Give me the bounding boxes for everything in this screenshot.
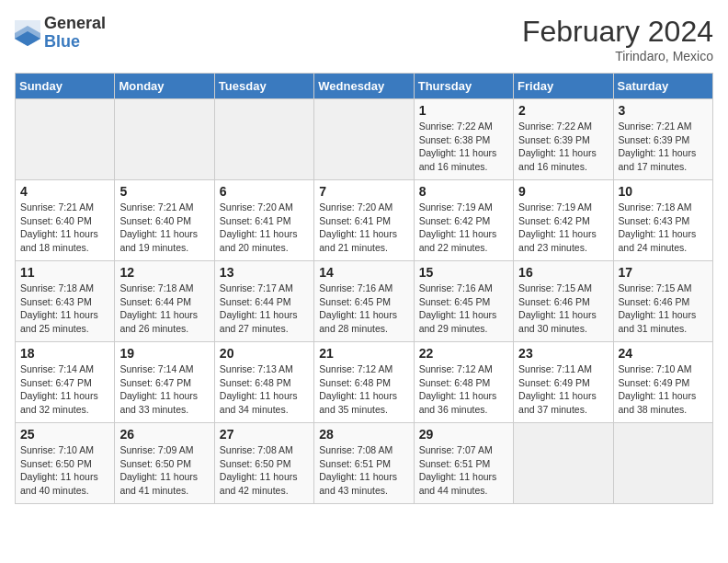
week-row-3: 18Sunrise: 7:14 AM Sunset: 6:47 PM Dayli… xyxy=(16,342,713,423)
week-row-1: 4Sunrise: 7:21 AM Sunset: 6:40 PM Daylig… xyxy=(16,180,713,261)
subtitle: Tirindaro, Mexico xyxy=(522,49,713,63)
calendar-cell: 16Sunrise: 7:15 AM Sunset: 6:46 PM Dayli… xyxy=(514,261,613,342)
day-number: 26 xyxy=(119,427,209,442)
day-info: Sunrise: 7:18 AM Sunset: 6:43 PM Dayligh… xyxy=(619,201,708,255)
day-header-thursday: Thursday xyxy=(414,74,513,99)
logo-general: General xyxy=(44,15,106,33)
day-info: Sunrise: 7:18 AM Sunset: 6:44 PM Dayligh… xyxy=(119,282,209,336)
logo: General Blue xyxy=(15,15,106,52)
day-number: 12 xyxy=(119,265,209,280)
day-number: 27 xyxy=(220,427,309,442)
page-header: General Blue February 2024 Tirindaro, Me… xyxy=(15,15,713,63)
day-info: Sunrise: 7:22 AM Sunset: 6:38 PM Dayligh… xyxy=(419,120,508,174)
calendar-cell: 4Sunrise: 7:21 AM Sunset: 6:40 PM Daylig… xyxy=(16,180,115,261)
logo-blue: Blue xyxy=(44,33,106,52)
week-row-2: 11Sunrise: 7:18 AM Sunset: 6:43 PM Dayli… xyxy=(16,261,713,342)
day-info: Sunrise: 7:10 AM Sunset: 6:49 PM Dayligh… xyxy=(619,362,708,417)
calendar-cell: 26Sunrise: 7:09 AM Sunset: 6:50 PM Dayli… xyxy=(115,423,214,504)
day-info: Sunrise: 7:21 AM Sunset: 6:40 PM Dayligh… xyxy=(20,201,109,255)
day-info: Sunrise: 7:18 AM Sunset: 6:43 PM Dayligh… xyxy=(20,282,109,336)
calendar-cell: 8Sunrise: 7:19 AM Sunset: 6:42 PM Daylig… xyxy=(414,180,513,261)
day-info: Sunrise: 7:09 AM Sunset: 6:50 PM Dayligh… xyxy=(119,443,209,498)
calendar-cell: 19Sunrise: 7:14 AM Sunset: 6:47 PM Dayli… xyxy=(115,342,214,423)
day-number: 29 xyxy=(419,427,508,442)
calendar-cell: 3Sunrise: 7:21 AM Sunset: 6:39 PM Daylig… xyxy=(613,99,712,180)
calendar-cell: 23Sunrise: 7:11 AM Sunset: 6:49 PM Dayli… xyxy=(514,342,613,423)
calendar-cell xyxy=(613,423,712,504)
calendar-cell xyxy=(514,423,613,504)
day-number: 8 xyxy=(419,184,508,199)
calendar-cell: 12Sunrise: 7:18 AM Sunset: 6:44 PM Dayli… xyxy=(115,261,214,342)
day-number: 14 xyxy=(319,265,408,280)
day-number: 17 xyxy=(619,265,708,280)
day-number: 25 xyxy=(20,427,109,442)
day-info: Sunrise: 7:14 AM Sunset: 6:47 PM Dayligh… xyxy=(20,362,109,417)
day-info: Sunrise: 7:15 AM Sunset: 6:46 PM Dayligh… xyxy=(518,282,608,336)
day-number: 4 xyxy=(20,184,109,199)
day-header-friday: Friday xyxy=(514,74,613,99)
day-number: 23 xyxy=(518,346,608,361)
calendar-cell: 27Sunrise: 7:08 AM Sunset: 6:50 PM Dayli… xyxy=(214,423,313,504)
calendar-cell xyxy=(16,99,115,180)
day-number: 10 xyxy=(619,184,708,199)
day-number: 22 xyxy=(419,346,508,361)
calendar-cell: 25Sunrise: 7:10 AM Sunset: 6:50 PM Dayli… xyxy=(16,423,115,504)
day-info: Sunrise: 7:13 AM Sunset: 6:48 PM Dayligh… xyxy=(220,362,309,417)
day-number: 16 xyxy=(518,265,608,280)
calendar-cell: 28Sunrise: 7:08 AM Sunset: 6:51 PM Dayli… xyxy=(314,423,414,504)
calendar-cell: 6Sunrise: 7:20 AM Sunset: 6:41 PM Daylig… xyxy=(214,180,313,261)
day-info: Sunrise: 7:15 AM Sunset: 6:46 PM Dayligh… xyxy=(619,282,708,336)
day-number: 3 xyxy=(619,103,708,118)
day-info: Sunrise: 7:22 AM Sunset: 6:39 PM Dayligh… xyxy=(518,120,608,174)
day-info: Sunrise: 7:20 AM Sunset: 6:41 PM Dayligh… xyxy=(319,201,408,255)
calendar-cell: 24Sunrise: 7:10 AM Sunset: 6:49 PM Dayli… xyxy=(613,342,712,423)
day-number: 1 xyxy=(419,103,508,118)
day-header-saturday: Saturday xyxy=(613,74,712,99)
day-info: Sunrise: 7:19 AM Sunset: 6:42 PM Dayligh… xyxy=(419,201,508,255)
day-info: Sunrise: 7:19 AM Sunset: 6:42 PM Dayligh… xyxy=(518,201,608,255)
week-row-4: 25Sunrise: 7:10 AM Sunset: 6:50 PM Dayli… xyxy=(16,423,713,504)
calendar-cell: 18Sunrise: 7:14 AM Sunset: 6:47 PM Dayli… xyxy=(16,342,115,423)
calendar-table: SundayMondayTuesdayWednesdayThursdayFrid… xyxy=(15,73,713,504)
day-header-wednesday: Wednesday xyxy=(314,74,414,99)
day-number: 21 xyxy=(319,346,408,361)
calendar-cell xyxy=(314,99,414,180)
day-info: Sunrise: 7:10 AM Sunset: 6:50 PM Dayligh… xyxy=(20,443,109,498)
calendar-cell: 17Sunrise: 7:15 AM Sunset: 6:46 PM Dayli… xyxy=(613,261,712,342)
calendar-cell xyxy=(214,99,313,180)
day-number: 5 xyxy=(119,184,209,199)
week-row-0: 1Sunrise: 7:22 AM Sunset: 6:38 PM Daylig… xyxy=(16,99,713,180)
day-number: 7 xyxy=(319,184,408,199)
day-header-tuesday: Tuesday xyxy=(214,74,313,99)
calendar-cell: 14Sunrise: 7:16 AM Sunset: 6:45 PM Dayli… xyxy=(314,261,414,342)
calendar-cell: 29Sunrise: 7:07 AM Sunset: 6:51 PM Dayli… xyxy=(414,423,513,504)
day-number: 6 xyxy=(220,184,309,199)
logo-text: General Blue xyxy=(44,15,106,52)
calendar-cell xyxy=(115,99,214,180)
day-number: 28 xyxy=(319,427,408,442)
day-info: Sunrise: 7:20 AM Sunset: 6:41 PM Dayligh… xyxy=(220,201,309,255)
calendar-cell: 10Sunrise: 7:18 AM Sunset: 6:43 PM Dayli… xyxy=(613,180,712,261)
main-title: February 2024 xyxy=(522,15,713,49)
day-info: Sunrise: 7:16 AM Sunset: 6:45 PM Dayligh… xyxy=(419,282,508,336)
calendar-cell: 20Sunrise: 7:13 AM Sunset: 6:48 PM Dayli… xyxy=(214,342,313,423)
day-info: Sunrise: 7:21 AM Sunset: 6:39 PM Dayligh… xyxy=(619,120,708,174)
calendar-cell: 22Sunrise: 7:12 AM Sunset: 6:48 PM Dayli… xyxy=(414,342,513,423)
day-number: 11 xyxy=(20,265,109,280)
day-info: Sunrise: 7:16 AM Sunset: 6:45 PM Dayligh… xyxy=(319,282,408,336)
calendar-cell: 7Sunrise: 7:20 AM Sunset: 6:41 PM Daylig… xyxy=(314,180,414,261)
calendar-cell: 11Sunrise: 7:18 AM Sunset: 6:43 PM Dayli… xyxy=(16,261,115,342)
day-info: Sunrise: 7:11 AM Sunset: 6:49 PM Dayligh… xyxy=(518,362,608,417)
calendar-cell: 1Sunrise: 7:22 AM Sunset: 6:38 PM Daylig… xyxy=(414,99,513,180)
calendar-cell: 2Sunrise: 7:22 AM Sunset: 6:39 PM Daylig… xyxy=(514,99,613,180)
title-block: February 2024 Tirindaro, Mexico xyxy=(522,15,713,63)
day-info: Sunrise: 7:07 AM Sunset: 6:51 PM Dayligh… xyxy=(419,443,508,498)
calendar-cell: 15Sunrise: 7:16 AM Sunset: 6:45 PM Dayli… xyxy=(414,261,513,342)
day-number: 9 xyxy=(518,184,608,199)
day-number: 20 xyxy=(220,346,309,361)
day-number: 15 xyxy=(419,265,508,280)
day-number: 13 xyxy=(220,265,309,280)
calendar-cell: 5Sunrise: 7:21 AM Sunset: 6:40 PM Daylig… xyxy=(115,180,214,261)
logo-icon xyxy=(15,20,40,46)
day-info: Sunrise: 7:14 AM Sunset: 6:47 PM Dayligh… xyxy=(119,362,209,417)
